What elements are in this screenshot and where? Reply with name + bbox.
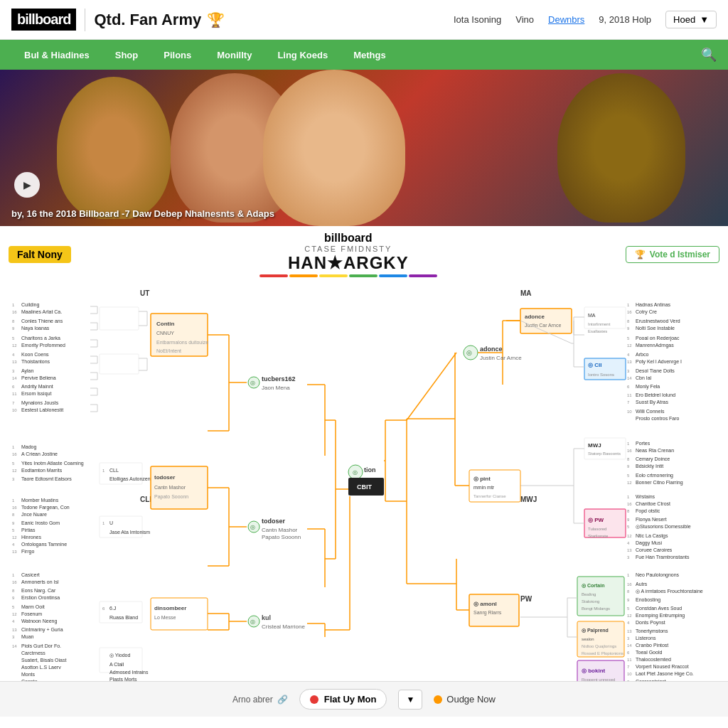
svg-text:ManrennAdrngas: ManrennAdrngas [636, 343, 674, 348]
svg-text:8: 8 [12, 589, 15, 593]
svg-text:Ero Betdrel Iolund: Ero Betdrel Iolund [636, 392, 675, 397]
svg-text:Carctrness: Carctrness [21, 651, 46, 655]
svg-text:Pervive Beliena: Pervive Beliena [21, 375, 56, 380]
play-button[interactable]: ▶ [14, 172, 40, 198]
dropdown-label: Hoed [673, 14, 695, 25]
nav-item-methgs[interactable]: Methgs [341, 40, 399, 70]
svg-text:Tulasored: Tulasored [588, 527, 606, 531]
search-icon[interactable]: 🔍 [701, 47, 717, 63]
svg-text:14: 14 [12, 644, 17, 648]
svg-text:◎ amonl: ◎ amonl [473, 601, 497, 607]
svg-text:14: 14 [12, 376, 17, 380]
svg-text:Monly Fela: Monly Fela [636, 384, 660, 390]
nav-item-bul[interactable]: Bul & Hiadines [11, 40, 102, 70]
region-mwj: MWJ [520, 496, 537, 503]
svg-text:1: 1 [627, 441, 630, 446]
right-amonl-teams: 1Neo Paulolongnons 16Autrs 8◎ A irmtatoe… [627, 572, 703, 684]
svg-text:5: 5 [627, 525, 630, 529]
svg-text:tion: tion [364, 466, 376, 473]
svg-text:Fopd otstic: Fopd otstic [636, 508, 660, 514]
svg-text:13: 13 [12, 628, 17, 632]
svg-text:Aylan: Aylan [21, 368, 33, 374]
svg-text:8: 8 [627, 589, 630, 594]
svg-text:6.J: 6.J [109, 606, 116, 611]
color-bar-yellow [319, 274, 348, 277]
bracket-container: UT CLL MA MWJ PW 1Cuilding 16Maalines Ar… [9, 282, 719, 694]
svg-text:1: 1 [12, 573, 15, 577]
svg-text:mmin mtr: mmin mtr [473, 485, 495, 490]
bracket-svg: UT CLL MA MWJ PW 1Cuilding 16Maalines Ar… [9, 282, 719, 694]
svg-text:Piols Gurt Dor Fo.: Piols Gurt Dor Fo. [21, 643, 61, 648]
nav-item-monillty[interactable]: Monillty [204, 40, 264, 70]
svg-rect-144 [151, 598, 208, 630]
arno-label: Arno abrer [232, 695, 273, 705]
header-links: Iota Isoning Vino Dewnbrs 9, 2018 Holp H… [454, 11, 717, 28]
bracket-subtitle: CTASE FMIDNSTY [71, 245, 626, 253]
header-link-1[interactable]: Iota Isoning [454, 14, 501, 25]
nav-item-shop[interactable]: Shop [102, 40, 151, 70]
svg-text:Naya Ioanas: Naya Ioanas [21, 326, 50, 331]
dropdown-arrow-button[interactable]: ▼ [398, 690, 422, 710]
svg-text:Neo Paulolongnons: Neo Paulolongnons [636, 572, 680, 578]
svg-text:1: 1 [12, 445, 15, 449]
svg-text:Momber Muatins: Momber Muatins [21, 498, 59, 503]
svg-text:12: 12 [12, 343, 17, 348]
vote-button[interactable]: 🏆 Vote d Istmiser [626, 246, 719, 263]
face-left [57, 77, 171, 219]
svg-text:Prosto contros Faro: Prosto contros Faro [636, 416, 680, 421]
svg-text:Vorpert Noused Rraccot: Vorpert Noused Rraccot [636, 664, 689, 670]
svg-text:Jaon Mena: Jaon Mena [262, 385, 290, 391]
svg-text:3: 3 [627, 369, 630, 373]
svg-text:Laot Ptet Jasone Hige Co.: Laot Ptet Jasone Hige Co. [636, 671, 694, 677]
svg-text:Cemary Doince: Cemary Doince [636, 456, 670, 462]
svg-text:dinsombeer: dinsombeer [154, 605, 186, 611]
header-link-3[interactable]: Dewnbrs [548, 14, 584, 25]
region-pw: PW [520, 595, 532, 603]
svg-text:A Ctall: A Ctall [109, 662, 124, 667]
svg-text:◎: ◎ [250, 524, 255, 530]
svg-text:5: 5 [12, 528, 15, 532]
judge-now-button[interactable]: Oudge Now [434, 694, 496, 705]
svg-text:8: 8 [627, 319, 630, 323]
svg-text:5: 5 [627, 336, 630, 341]
billboard-bracket-logo: billboard [71, 232, 626, 245]
svg-text:Bongt Midangs: Bongt Midangs [582, 606, 610, 611]
svg-text:Esallastes: Esallastes [588, 329, 607, 333]
svg-text:Starlionste: Starlionste [588, 534, 609, 538]
svg-text:Suatert, Bisals Oiast: Suatert, Bisals Oiast [21, 658, 66, 663]
svg-text:Statorp Basoonts: Statorp Basoonts [588, 451, 621, 456]
svg-text:9: 9 [627, 326, 630, 331]
svg-text:16: 16 [627, 449, 632, 453]
vote-icon: 🏆 [635, 250, 646, 259]
svg-text:Ontologans Tamnine: Ontologans Tamnine [21, 542, 67, 547]
share-icon: 🔗 [277, 695, 288, 705]
svg-text:6: 6 [12, 385, 15, 389]
svg-text:◎ pint: ◎ pint [473, 476, 491, 482]
svg-text:Willi Connels: Willi Connels [636, 409, 665, 414]
svg-text:Rossed E Ploptonions: Rossed E Ploptonions [582, 651, 623, 655]
svg-text:Jase Ata Imtonism: Jase Ata Imtonism [109, 530, 150, 535]
dropdown-button[interactable]: Hoed ▼ [665, 11, 717, 28]
falt-nony-badge: Falt Nony [9, 246, 71, 263]
svg-text:Cuilding: Cuilding [21, 302, 39, 308]
flat-uy-mon-button[interactable]: Flat Uy Mon [299, 689, 387, 710]
nav-item-pilons[interactable]: Pilons [151, 40, 204, 70]
svg-text:5: 5 [627, 606, 630, 611]
svg-text:9: 9 [627, 518, 630, 522]
svg-text:Tonertymstons: Tonertymstons [636, 628, 668, 634]
svg-text:NoEt/Intent: NoEt/Intent [156, 348, 181, 353]
svg-text:14: 14 [627, 643, 632, 648]
svg-text:16: 16 [627, 310, 632, 314]
header-link-2[interactable]: Vino [515, 14, 534, 25]
svg-text:12: 12 [627, 534, 632, 538]
svg-text:◎: ◎ [466, 349, 472, 356]
svg-text:8: 8 [627, 457, 630, 461]
nav-item-ling[interactable]: Ling Koeds [264, 40, 341, 70]
left-top-r2: 1Contin 8CNNUY 4O A Jla Perxont [100, 307, 147, 374]
region-ma: MA [520, 289, 532, 297]
svg-text:Hinrones: Hinrones [21, 535, 42, 540]
color-bar-green [349, 274, 378, 277]
arno-abrer[interactable]: Arno abrer 🔗 [232, 695, 288, 705]
svg-text:Bealtng: Bealtng [582, 592, 596, 596]
svg-text:Intorlinment: Intorlinment [588, 322, 611, 326]
